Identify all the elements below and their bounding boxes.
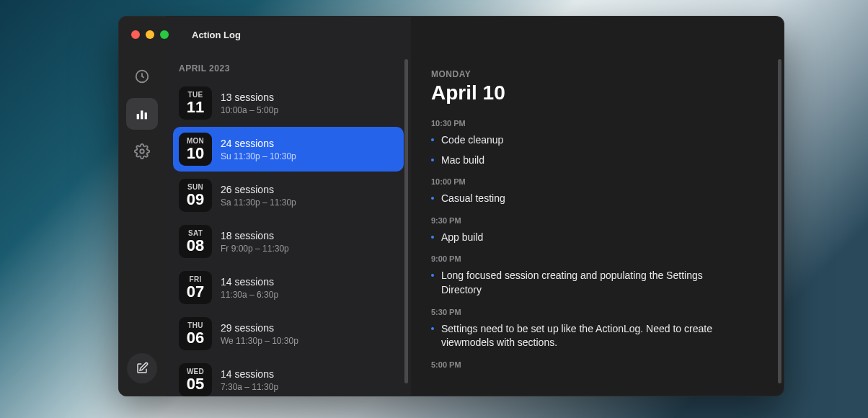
day-row[interactable]: SAT0818 sessionsFr 9:00p – 11:30p	[173, 219, 404, 264]
minimize-window-button[interactable]	[146, 30, 154, 39]
log-entry[interactable]: Mac build	[431, 154, 764, 168]
day-row[interactable]: SUN0926 sessionsSa 11:30p – 11:30p	[173, 173, 404, 218]
session-range: 7:30a – 11:30p	[221, 382, 278, 392]
sidebar-item-timer[interactable]	[126, 61, 158, 92]
date-num: 11	[187, 99, 204, 115]
scrollbar[interactable]	[404, 59, 408, 383]
day-row[interactable]: TUE1113 sessions10:00a – 5:00p	[173, 81, 404, 125]
session-range: 11:30a – 6:30p	[221, 290, 278, 300]
month-header: APRIL 2023	[166, 53, 411, 81]
fullscreen-window-button[interactable]	[160, 30, 169, 39]
session-count: 14 sessions	[221, 368, 278, 380]
sidebar-item-log[interactable]	[126, 98, 158, 130]
chart-icon	[134, 106, 150, 122]
log-entry[interactable]: Settings need to be set up like the Acti…	[431, 322, 764, 350]
session-range: Sa 11:30p – 11:30p	[221, 197, 296, 208]
date-num: 05	[187, 376, 204, 392]
time-header: 5:00 PM	[431, 360, 764, 369]
bullet-icon	[431, 138, 434, 141]
session-count: 26 sessions	[221, 184, 296, 195]
bullet-icon	[431, 197, 434, 200]
session-count: 18 sessions	[221, 230, 289, 241]
row-text: 18 sessionsFr 9:00p – 11:30p	[221, 230, 289, 254]
app-window: Action Log APRIL 2023 TUE1113 sessions10…	[118, 16, 784, 396]
time-header: 10:00 PM	[431, 177, 764, 186]
entry-text: Long focused session creating and popula…	[441, 269, 730, 297]
bullet-icon	[431, 274, 434, 277]
bullet-icon	[431, 327, 434, 330]
session-count: 24 sessions	[221, 138, 296, 149]
compose-button[interactable]	[127, 353, 157, 383]
date-num: 08	[187, 238, 204, 254]
row-text: 26 sessionsSa 11:30p – 11:30p	[221, 184, 296, 208]
date-badge: SUN09	[179, 179, 212, 212]
session-count: 14 sessions	[221, 276, 278, 288]
session-range: Su 11:30p – 10:30p	[221, 151, 296, 161]
day-row[interactable]: MON1024 sessionsSu 11:30p – 10:30p	[173, 127, 404, 172]
date-badge: THU06	[179, 317, 212, 350]
date-badge: TUE11	[179, 86, 212, 120]
log-entry[interactable]: Casual testing	[431, 192, 764, 206]
gear-icon	[134, 143, 150, 159]
time-header: 9:00 PM	[431, 254, 764, 263]
row-text: 24 sessionsSu 11:30p – 10:30p	[221, 138, 296, 161]
sidebar	[118, 16, 166, 396]
log-entry[interactable]: Code cleanup	[431, 133, 764, 148]
date-num: 10	[187, 146, 204, 161]
date-badge: SAT08	[179, 225, 212, 258]
sessions-column: APRIL 2023 TUE1113 sessions10:00a – 5:00…	[166, 16, 411, 396]
row-text: 29 sessionsWe 11:30p – 10:30p	[221, 322, 298, 346]
session-count: 13 sessions	[221, 92, 278, 103]
svg-rect-3	[145, 112, 147, 119]
session-range: We 11:30p – 10:30p	[221, 336, 298, 346]
svg-rect-2	[141, 110, 143, 119]
entry-text: Casual testing	[441, 192, 505, 206]
detail-date: April 10	[431, 81, 764, 104]
app-title: Action Log	[192, 30, 241, 40]
time-header: 9:30 PM	[431, 216, 764, 225]
timer-icon	[134, 68, 150, 84]
date-badge: MON10	[179, 133, 212, 166]
day-row[interactable]: FRI0714 sessions11:30a – 6:30p	[173, 265, 404, 310]
date-badge: FRI07	[179, 271, 212, 304]
date-num: 09	[187, 192, 204, 208]
sidebar-item-settings[interactable]	[126, 135, 158, 167]
log-entry[interactable]: Long focused session creating and popula…	[431, 269, 764, 297]
scrollbar[interactable]	[778, 59, 781, 383]
day-row[interactable]: WED0514 sessions7:30a – 11:30p	[173, 357, 404, 396]
svg-rect-1	[137, 114, 139, 119]
date-badge: WED05	[179, 363, 212, 396]
compose-icon	[136, 362, 149, 375]
row-text: 14 sessions11:30a – 6:30p	[221, 276, 278, 300]
row-text: 13 sessions10:00a – 5:00p	[221, 92, 278, 115]
detail-day-of-week: MONDAY	[431, 69, 764, 79]
date-num: 07	[187, 284, 204, 300]
titlebar: Action Log	[118, 16, 784, 53]
log-entry[interactable]: App build	[431, 231, 764, 245]
close-window-button[interactable]	[131, 30, 140, 39]
entry-text: App build	[441, 231, 483, 245]
session-range: Fr 9:00p – 11:30p	[221, 244, 289, 254]
session-range: 10:00a – 5:00p	[221, 105, 278, 115]
day-row[interactable]: THU0629 sessionsWe 11:30p – 10:30p	[173, 311, 404, 356]
session-count: 29 sessions	[221, 322, 298, 334]
detail-column[interactable]: MONDAY April 10 10:30 PMCode cleanupMac …	[411, 16, 784, 396]
time-header: 10:30 PM	[431, 119, 764, 128]
bullet-icon	[431, 236, 434, 239]
entry-text: Mac build	[441, 154, 484, 168]
entry-text: Code cleanup	[441, 133, 503, 148]
time-header: 5:30 PM	[431, 308, 764, 316]
svg-point-4	[140, 149, 144, 154]
date-num: 06	[187, 330, 204, 346]
sessions-list[interactable]: TUE1113 sessions10:00a – 5:00pMON1024 se…	[166, 81, 411, 396]
bullet-icon	[431, 159, 434, 161]
entry-text: Settings need to be set up like the Acti…	[441, 322, 730, 350]
window-controls	[131, 30, 169, 39]
row-text: 14 sessions7:30a – 11:30p	[221, 368, 278, 392]
